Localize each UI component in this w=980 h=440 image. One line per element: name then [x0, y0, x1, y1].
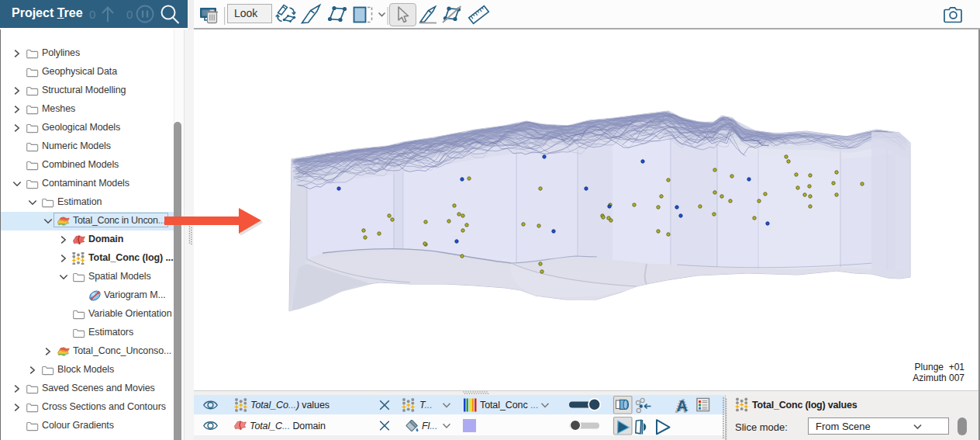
svg-text:A: A [677, 397, 688, 414]
svg-text:0: 0 [126, 8, 133, 21]
svg-text:0: 0 [89, 8, 95, 21]
